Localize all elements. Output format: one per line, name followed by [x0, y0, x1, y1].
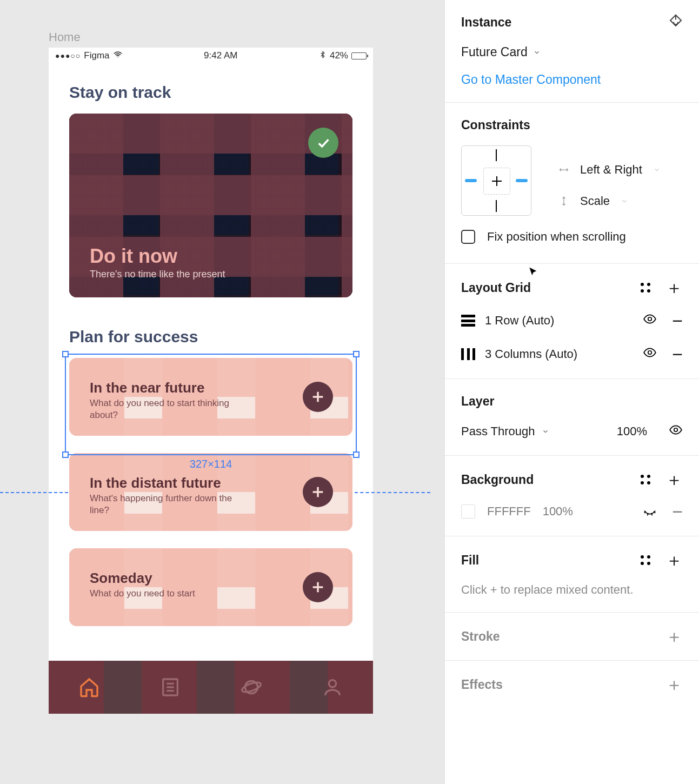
- card-someday[interactable]: Someday What do you need to start: [69, 548, 352, 626]
- constraints-title: Constraints: [461, 118, 683, 132]
- list-icon: [159, 676, 181, 698]
- status-time: 9:42 AM: [204, 50, 237, 61]
- design-canvas[interactable]: Home ●●●○○ Figma 9:42 AM 42% Stay on tra…: [0, 0, 444, 784]
- add-effect-button[interactable]: ＋: [665, 676, 683, 693]
- card-subtitle: What do you need to start: [90, 588, 195, 600]
- background-swatch[interactable]: [461, 504, 475, 519]
- instance-name: Future Card: [461, 45, 528, 59]
- frame-label[interactable]: Home: [49, 30, 396, 44]
- layer-title: Layer: [461, 394, 683, 409]
- add-badge[interactable]: [303, 382, 333, 412]
- layer-opacity-input[interactable]: 100%: [617, 424, 647, 438]
- remove-grid-button[interactable]: −: [672, 311, 683, 330]
- background-hex[interactable]: FFFFFF: [487, 504, 531, 519]
- fill-styles-button[interactable]: [641, 555, 650, 565]
- status-bar: ●●●○○ Figma 9:42 AM 42%: [49, 48, 373, 62]
- add-background-button[interactable]: ＋: [665, 471, 683, 488]
- guide-line-right: [355, 492, 430, 493]
- background-opacity[interactable]: 100%: [543, 504, 573, 519]
- battery-icon: [351, 52, 367, 59]
- layer-section: Layer Pass Through 100%: [445, 379, 699, 456]
- stroke-section: Stroke ＋: [445, 613, 699, 661]
- tab-home[interactable]: [77, 675, 101, 699]
- rows-icon: [461, 315, 475, 327]
- stroke-title: Stroke: [461, 629, 500, 644]
- go-to-master-link[interactable]: Go to Master Component: [461, 72, 601, 87]
- status-left: ●●●○○ Figma: [55, 50, 123, 62]
- background-hidden-icon[interactable]: [643, 503, 657, 520]
- check-badge[interactable]: [308, 128, 338, 158]
- status-right: 42%: [319, 50, 367, 61]
- effects-title: Effects: [461, 677, 503, 692]
- tab-profile[interactable]: [321, 675, 344, 699]
- card-title: In the distant future: [90, 475, 252, 491]
- check-icon: [316, 135, 331, 150]
- add-stroke-button[interactable]: ＋: [665, 628, 683, 645]
- effects-section: Effects ＋: [445, 661, 699, 708]
- card-subtitle: What's happening further down the line?: [90, 493, 252, 516]
- remove-grid-button[interactable]: −: [672, 345, 683, 363]
- toggle-visibility-button[interactable]: [643, 346, 657, 363]
- vertical-constraint-dropdown[interactable]: Scale: [558, 194, 661, 208]
- cursor-icon: [527, 266, 539, 278]
- blend-mode-dropdown[interactable]: Pass Through: [461, 424, 549, 438]
- reset-instance-button[interactable]: [668, 13, 684, 32]
- tab-list[interactable]: [158, 675, 182, 699]
- svg-point-5: [648, 351, 652, 355]
- section-title-stay-on-track: Stay on track: [69, 83, 352, 102]
- constraints-section: Constraints Left & Right Scale: [445, 103, 699, 264]
- fill-title: Fill: [461, 553, 479, 568]
- instance-title: Instance: [461, 15, 683, 30]
- planet-icon: [241, 676, 262, 698]
- svg-point-2: [241, 680, 262, 694]
- grid-columns-item[interactable]: 3 Columns (Auto) −: [461, 345, 683, 363]
- remove-background-button[interactable]: −: [672, 502, 683, 521]
- grid-row-label: 1 Row (Auto): [485, 314, 554, 328]
- add-fill-button[interactable]: ＋: [665, 552, 683, 569]
- constraints-center-icon: [491, 175, 503, 187]
- toggle-visibility-button[interactable]: [643, 312, 657, 329]
- fix-position-row[interactable]: Fix position when scrolling: [461, 230, 683, 244]
- card-title: Someday: [90, 570, 195, 587]
- card-subtitle: There's no time like the present: [90, 269, 225, 280]
- plus-icon: [310, 580, 325, 595]
- grid-row-item[interactable]: 1 Row (Auto) −: [461, 311, 683, 330]
- svg-point-4: [648, 317, 652, 321]
- fix-position-checkbox[interactable]: [461, 230, 475, 244]
- grid-styles-button[interactable]: [641, 283, 650, 293]
- constraints-widget[interactable]: [461, 145, 531, 216]
- person-icon: [322, 676, 343, 698]
- add-grid-button[interactable]: ＋: [665, 279, 683, 296]
- fill-section: Fill ＋ Click + to replace mixed content.: [445, 536, 699, 613]
- chevron-down-icon: [621, 197, 628, 205]
- plus-icon: [310, 484, 325, 500]
- horizontal-constraint-value: Left & Right: [580, 163, 642, 177]
- section-title-plan-for-success: Plan for success: [69, 328, 352, 346]
- instance-section: Instance Future Card Go to Master Compon…: [445, 0, 699, 103]
- instance-swap-dropdown[interactable]: Future Card: [461, 45, 683, 59]
- horizontal-arrows-icon: [558, 164, 569, 175]
- card-distant-future[interactable]: In the distant future What's happening f…: [69, 453, 352, 531]
- add-badge[interactable]: [303, 477, 333, 507]
- background-styles-button[interactable]: [641, 475, 650, 484]
- vertical-constraint-value: Scale: [580, 194, 610, 208]
- phone-frame[interactable]: ●●●○○ Figma 9:42 AM 42% Stay on track: [49, 48, 373, 714]
- layer-visibility-button[interactable]: [669, 423, 683, 440]
- fill-mixed-message: Click + to replace mixed content.: [461, 583, 683, 597]
- tab-bar: [49, 661, 373, 714]
- card-do-it-now[interactable]: Do it now There's no time like the prese…: [69, 114, 352, 297]
- card-near-future[interactable]: In the near future What do you need to s…: [69, 358, 352, 436]
- fix-position-label: Fix position when scrolling: [487, 230, 626, 244]
- chevron-down-icon: [653, 166, 661, 174]
- add-badge[interactable]: [303, 572, 333, 602]
- tab-explore[interactable]: [239, 675, 263, 699]
- card-title: In the near future: [90, 380, 252, 396]
- inspector-panel: Instance Future Card Go to Master Compon…: [444, 0, 699, 784]
- grid-columns-label: 3 Columns (Auto): [485, 347, 577, 361]
- background-section: Background ＋ FFFFFF 100% −: [445, 456, 699, 536]
- battery-percent: 42%: [330, 50, 348, 61]
- horizontal-constraint-dropdown[interactable]: Left & Right: [558, 163, 661, 177]
- wifi-icon: [113, 50, 123, 62]
- home-icon: [78, 676, 100, 698]
- background-title: Background: [461, 473, 534, 487]
